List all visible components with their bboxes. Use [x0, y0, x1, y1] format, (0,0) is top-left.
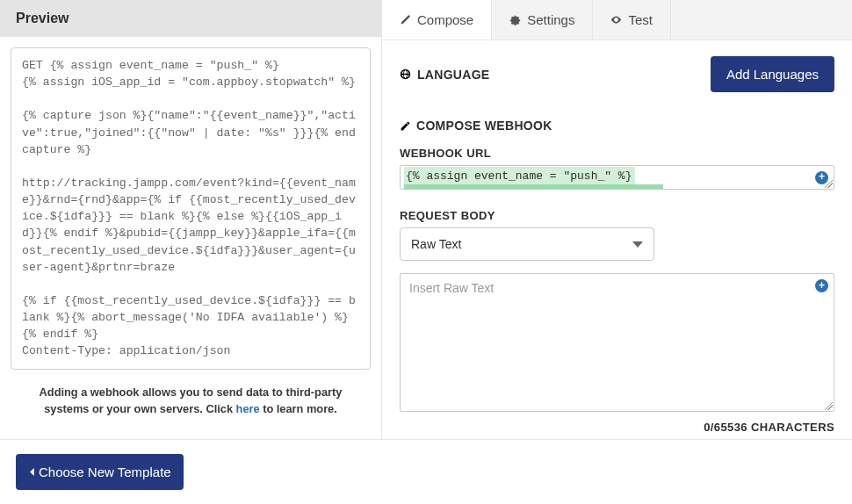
highlight-stripe [404, 184, 663, 189]
preview-title: Preview [0, 0, 381, 37]
character-count: 0/65536 CHARACTERS [400, 421, 834, 434]
learn-more-link[interactable]: here [236, 402, 260, 415]
tab-bar: Compose Settings Test [382, 0, 852, 40]
tab-compose[interactable]: Compose [382, 0, 492, 40]
preview-code-block: GET {% assign event_name = "push_" %} {%… [11, 47, 371, 370]
pencil-icon [400, 14, 411, 25]
footer-bar: Choose New Template [0, 439, 852, 504]
request-body-label: REQUEST BODY [400, 209, 834, 222]
language-label: LANGUAGE [400, 68, 490, 82]
resize-handle[interactable] [825, 180, 833, 188]
edit-icon [400, 120, 411, 132]
webhook-url-value: {% assign event_name = "push_" %} [404, 167, 635, 185]
webhook-url-label: WEBHOOK URL [400, 147, 834, 160]
preview-pane: Preview GET {% assign event_name = "push… [0, 0, 382, 439]
webhook-url-input[interactable]: {% assign event_name = "push_" %} [400, 165, 834, 190]
caret-left-icon [28, 467, 35, 477]
request-body-type-select[interactable]: Raw Text [400, 227, 654, 261]
chevron-down-icon [632, 241, 643, 248]
resize-handle[interactable] [825, 402, 833, 410]
tab-settings[interactable]: Settings [492, 0, 593, 40]
globe-icon [400, 68, 411, 80]
compose-pane: Compose Settings Test LANGUAGE A [382, 0, 852, 439]
eye-icon [610, 14, 622, 25]
add-body-personalization-button[interactable] [815, 279, 828, 292]
gear-icon [509, 14, 521, 25]
tab-test[interactable]: Test [593, 0, 671, 40]
add-languages-button[interactable]: Add Languages [711, 56, 834, 92]
raw-text-input[interactable]: Insert Raw Text [400, 273, 834, 412]
preview-footer-text: Adding a webhook allows you to send data… [11, 370, 371, 419]
compose-webhook-title: COMPOSE WEBHOOK [400, 119, 834, 133]
choose-new-template-button[interactable]: Choose New Template [16, 454, 184, 490]
